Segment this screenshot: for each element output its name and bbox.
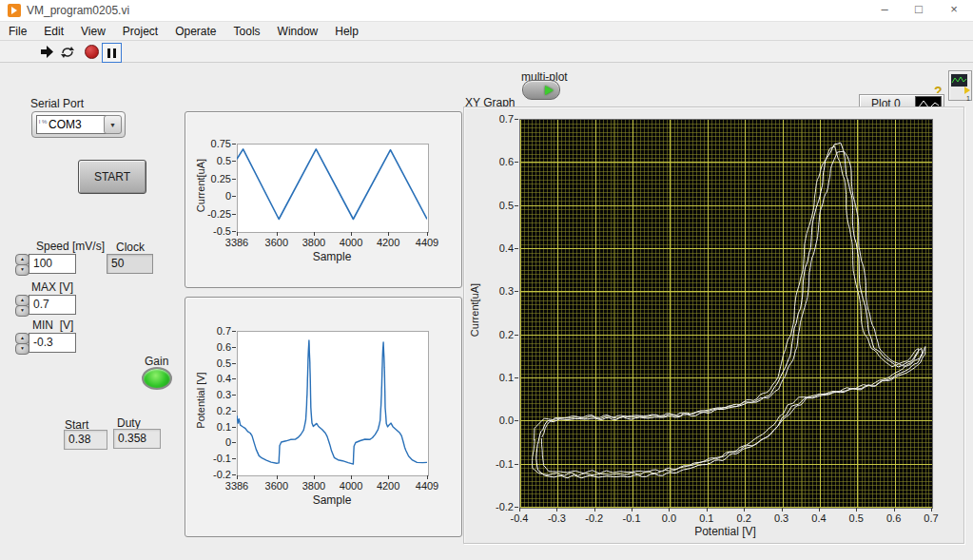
serial-port-field[interactable]: I % COM3 (36, 115, 108, 134)
x-tick-label: 0.5 (849, 512, 864, 524)
x-tick-label: 0.0 (662, 512, 676, 524)
menu-item-project[interactable]: Project (114, 25, 166, 38)
serial-port-label: Serial Port (30, 97, 84, 110)
start-button[interactable]: START (78, 160, 146, 194)
y-tick-label: 0 (225, 190, 231, 202)
serial-port-dropdown-button[interactable]: ▼ (104, 115, 122, 134)
context-help-cursor-icon (964, 87, 970, 94)
serial-port-value: COM3 (49, 118, 82, 131)
y-tick-label: 0.7 (217, 325, 231, 337)
x-tick-mark (237, 475, 238, 479)
y-tick-mark (515, 162, 518, 163)
potential-chart-xlabel: Sample (237, 493, 427, 507)
y-tick-mark (515, 205, 518, 206)
x-tick-mark (594, 508, 595, 512)
menu-item-file[interactable]: File (0, 25, 35, 38)
menu-item-tools[interactable]: Tools (225, 25, 269, 38)
close-button[interactable]: × (940, 0, 968, 21)
x-tick-label: 3386 (225, 237, 248, 248)
serial-port-combobox[interactable]: I % COM3 ▼ (31, 111, 126, 138)
run-arrow-icon (40, 45, 55, 59)
minimize-button[interactable]: – (870, 0, 899, 21)
clock-label: Clock (116, 241, 145, 254)
abort-icon (85, 45, 99, 59)
abort-button[interactable] (83, 43, 101, 61)
x-tick-label: 0.1 (699, 512, 713, 524)
max-spinner[interactable]: ▲▼ (15, 295, 28, 315)
potential_chart-series (237, 331, 427, 474)
x-tick-label: -0.1 (623, 512, 641, 524)
x-tick-mark (427, 232, 428, 236)
x-tick-mark (388, 475, 389, 479)
y-tick-mark (232, 395, 236, 396)
y-tick-mark (515, 119, 518, 120)
run-continuous-button[interactable] (58, 43, 76, 61)
run-button[interactable] (38, 43, 56, 61)
menu-item-edit[interactable]: Edit (35, 25, 72, 38)
current-chart-panel: Current[uA] Sample 338636003800400042004… (185, 111, 462, 288)
y-tick-mark (232, 214, 236, 215)
x-tick-mark (819, 508, 820, 512)
clock-indicator: 50 (107, 254, 153, 274)
y-tick-label: 0.25 (211, 173, 231, 184)
y-tick-label: -0.2 (213, 469, 231, 480)
x-tick-mark (669, 508, 670, 512)
x-tick-mark (351, 475, 352, 479)
xy_graph-series (519, 119, 931, 507)
menu-item-view[interactable]: View (72, 25, 114, 38)
y-tick-mark (232, 442, 236, 443)
y-tick-mark (232, 196, 236, 197)
xy-graph-widget: Current[uA] Potential [V] -0.4-0.3-0.2-0… (463, 106, 964, 544)
title-bar: VM_program0205.vi – □ × (0, 0, 973, 22)
x-tick-label: 4409 (416, 480, 438, 492)
maximize-button[interactable]: □ (905, 0, 933, 21)
min-label: MIN [V] (32, 319, 73, 332)
x-tick-label: 0.2 (737, 512, 751, 524)
x-tick-mark (556, 508, 557, 512)
pause-button[interactable] (102, 43, 122, 63)
y-tick-label: 0.1 (217, 421, 231, 433)
x-tick-mark (856, 508, 857, 512)
x-tick-mark (277, 475, 278, 479)
min-spinner[interactable]: ▲▼ (15, 333, 28, 353)
y-tick-label: -0.1 (213, 453, 231, 464)
y-tick-label: 0.3 (217, 389, 231, 400)
x-tick-mark (782, 508, 783, 512)
x-tick-mark (744, 508, 745, 512)
menu-item-operate[interactable]: Operate (166, 25, 224, 38)
y-tick-label: 0.75 (211, 138, 231, 149)
y-tick-mark (232, 231, 236, 232)
y-tick-label: -0.1 (496, 458, 514, 470)
y-tick-label: 0.5 (499, 200, 514, 211)
min-input[interactable]: -0.3 (29, 333, 76, 353)
y-tick-mark (515, 335, 518, 336)
context-help-button[interactable]: 1 (948, 70, 972, 101)
y-tick-mark (232, 161, 236, 162)
labview-app-icon (8, 4, 21, 17)
xy-graph-xlabel: Potential [V] (519, 525, 931, 538)
labview-front-panel: VM_program0205.vi – □ × File Edit View P… (0, 0, 973, 560)
pause-icon (107, 48, 116, 58)
y-tick-mark (232, 378, 236, 379)
x-tick-mark (351, 232, 352, 236)
y-tick-label: -0.5 (213, 225, 231, 237)
y-tick-label: 0 (225, 436, 231, 448)
y-tick-label: 0.2 (217, 405, 231, 416)
x-tick-mark (894, 508, 895, 512)
speed-spinner[interactable]: ▲▼ (15, 254, 28, 274)
y-tick-label: 0.4 (499, 242, 514, 254)
y-tick-mark (232, 144, 236, 145)
menu-item-window[interactable]: Window (269, 25, 327, 38)
x-tick-label: 3600 (265, 480, 288, 492)
speed-input[interactable]: 100 (29, 254, 76, 274)
multi-plot-switch[interactable] (522, 80, 560, 100)
y-tick-mark (515, 507, 518, 508)
x-tick-label: -0.2 (585, 512, 603, 524)
x-tick-label: 0.7 (924, 512, 938, 524)
menu-item-help[interactable]: Help (326, 25, 367, 38)
y-tick-mark (515, 248, 518, 249)
y-tick-mark (232, 427, 236, 428)
toolbar: ? 1 (0, 41, 973, 63)
y-tick-mark (515, 291, 518, 292)
max-input[interactable]: 0.7 (29, 295, 76, 315)
